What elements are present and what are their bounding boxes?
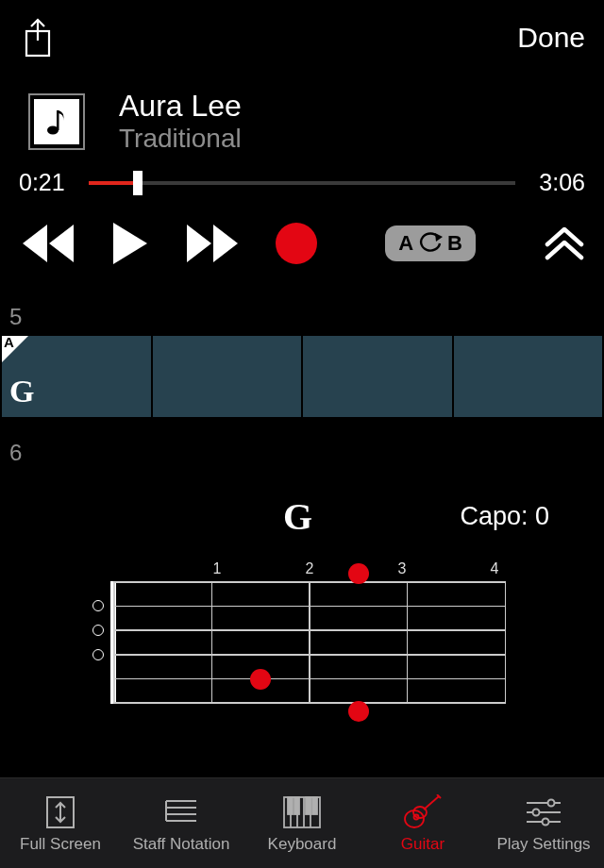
tab-guitar[interactable]: Guitar [362, 778, 483, 868]
fullscreen-icon [45, 793, 76, 831]
svg-marker-3 [23, 225, 47, 262]
guitar-icon [403, 793, 443, 831]
staff-notation-icon [164, 793, 198, 831]
tab-label: Play Settings [496, 835, 590, 854]
fret-numbers: 0 1 2 3 4 [113, 560, 506, 577]
finger-dot [348, 563, 369, 584]
rewind-button[interactable] [19, 225, 77, 262]
bar-number-6: 6 [0, 440, 604, 466]
chord-name: G [283, 494, 312, 539]
tab-label: Guitar [401, 835, 445, 854]
svg-rect-23 [312, 797, 317, 814]
done-button[interactable]: Done [517, 22, 585, 54]
album-art[interactable] [28, 93, 85, 150]
share-icon[interactable] [19, 14, 57, 61]
total-time: 3:06 [528, 169, 585, 196]
record-icon [276, 223, 317, 264]
ab-b-label: B [447, 231, 462, 256]
svg-point-32 [533, 809, 540, 815]
svg-marker-8 [435, 233, 443, 242]
svg-point-34 [543, 818, 549, 825]
progress-thumb[interactable] [133, 171, 143, 195]
svg-marker-5 [113, 223, 147, 264]
chord-diagram: G Capo: 0 0 1 2 3 4 [0, 494, 604, 730]
play-button[interactable] [111, 223, 149, 264]
bar-cell[interactable] [454, 336, 603, 417]
bar-cell[interactable] [303, 336, 452, 417]
section-label: A [4, 334, 14, 350]
record-button[interactable] [276, 223, 317, 264]
capo-label: Capo: 0 [460, 502, 549, 531]
tab-play-settings[interactable]: Play Settings [483, 778, 604, 868]
bar-cell[interactable] [153, 336, 302, 417]
fret-num: 4 [489, 560, 500, 577]
loop-icon [417, 232, 444, 255]
tab-label: Full Screen [20, 835, 101, 854]
svg-marker-6 [187, 225, 211, 262]
bar-chord-label: G [9, 374, 34, 409]
fret-num: 1 [211, 560, 223, 577]
music-note-icon [34, 99, 79, 144]
keyboard-icon [283, 793, 321, 831]
song-artist: Traditional [119, 124, 242, 154]
current-time: 0:21 [19, 169, 76, 196]
svg-point-30 [548, 799, 555, 806]
svg-line-27 [424, 796, 439, 810]
forward-button[interactable] [183, 225, 242, 262]
svg-rect-22 [306, 797, 310, 814]
tab-fullscreen[interactable]: Full Screen [0, 778, 121, 868]
ab-loop-button[interactable]: A B [385, 225, 476, 261]
ab-a-label: A [398, 231, 413, 256]
tab-bar: Full Screen Staff Notation [0, 777, 604, 868]
bar-number-5: 5 [0, 304, 604, 330]
sliders-icon [525, 793, 562, 831]
svg-rect-21 [294, 797, 299, 814]
tab-label: Keyboard [268, 835, 337, 854]
song-title: Aura Lee [119, 89, 242, 124]
collapse-button[interactable] [544, 225, 585, 261]
open-string-marker [92, 649, 104, 660]
bar-row[interactable]: A G [0, 336, 604, 417]
fretboard: 0 1 2 3 4 [113, 560, 506, 704]
tab-keyboard[interactable]: Keyboard [242, 778, 362, 868]
svg-marker-7 [213, 225, 238, 262]
svg-rect-20 [288, 797, 293, 814]
progress-fill [89, 181, 138, 185]
svg-rect-2 [57, 110, 59, 130]
open-string-marker [92, 625, 104, 636]
fret-num: 3 [396, 560, 408, 577]
svg-marker-4 [49, 225, 74, 262]
tab-staff[interactable]: Staff Notation [121, 778, 242, 868]
tab-label: Staff Notation [133, 835, 230, 854]
progress-bar[interactable] [89, 181, 515, 185]
finger-dot [250, 669, 271, 690]
fret-num: 2 [304, 560, 315, 577]
finger-dot [348, 701, 369, 722]
song-info: Aura Lee Traditional [0, 75, 604, 159]
open-string-marker [92, 600, 104, 611]
bar-cell[interactable]: A G [2, 336, 151, 417]
